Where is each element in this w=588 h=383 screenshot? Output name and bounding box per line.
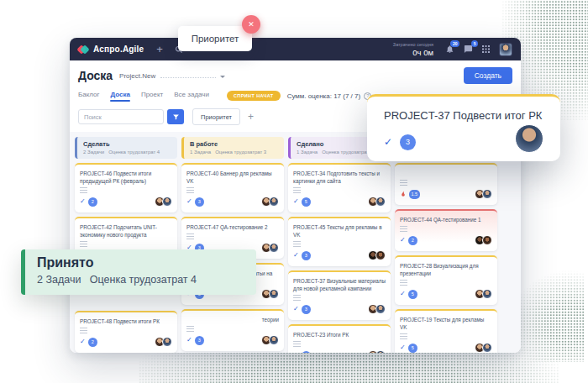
task-title: PROJECT-37 Визуальные материалы для ново…: [293, 277, 386, 292]
task-card[interactable]: PROJECT-28 Визуализация для презентации✓…: [395, 255, 497, 305]
task-card[interactable]: PROJECT-40 Баннер для рекламы VK✓3: [181, 163, 284, 212]
description-icon: [400, 280, 407, 286]
task-card[interactable]: PROJECT-37 Визуальные материалы для ново…: [288, 270, 391, 320]
task-title: PROJECT-46 Подвести итоги предыдущей РК …: [80, 170, 172, 185]
task-popup-card[interactable]: PROJECT-37 Подвести итог РК ✓ 3: [367, 94, 560, 161]
task-title: PROJECT-48 Подвести итоги РК: [80, 317, 172, 325]
assignee-avatars: [475, 343, 492, 353]
task-title: [400, 170, 492, 177]
check-icon: ✓: [293, 306, 299, 312]
estimate-badge: 1.5: [409, 190, 420, 199]
avatar: [269, 243, 279, 253]
project-selector[interactable]: Project.New: [119, 72, 155, 80]
board-column: Принято2 Задачи Оценка трудозатрат 41.5P…: [395, 137, 497, 353]
check-icon: ✓: [293, 198, 299, 205]
task-title: PROJECT-23 Итоги РК: [293, 331, 386, 338]
assignee-avatars: [261, 197, 279, 207]
column-meta: 2 Задачи Оценка трудозатрат 4: [83, 150, 171, 155]
task-title: PROJECT-28 Визуализация для презентации: [400, 262, 492, 277]
apps-grid-icon[interactable]: [482, 45, 490, 53]
task-card[interactable]: PROJECT-44 QA-тестирование 1✓2: [395, 209, 497, 251]
user-avatar[interactable]: [499, 43, 512, 56]
column-meta: 1 Задача Оценка трудозатрат 3: [190, 150, 278, 155]
check-icon: ✓: [293, 352, 299, 353]
fire-priority-icon: [400, 186, 407, 202]
task-title: PROJECT-40 Баннер для рекламы VK: [186, 170, 279, 185]
task-card[interactable]: теории✓3: [181, 309, 284, 351]
accepted-column-meta: 2 Задачи Оценка трудозатрат 4: [37, 274, 244, 286]
column-header: Сделать2 Задачи Оценка трудозатрат 4: [75, 137, 177, 159]
avatar: [269, 197, 279, 207]
tabs: БаклогДоскаПроектВсе задачи: [78, 91, 220, 101]
filter-button[interactable]: [167, 109, 184, 124]
messages-button[interactable]: 5: [464, 45, 473, 54]
task-card[interactable]: PROJECT-45 Тексты для рекламы в VK✓3: [288, 217, 391, 266]
description-icon: [400, 180, 407, 186]
description-icon: [80, 241, 87, 247]
search-input[interactable]: [78, 109, 164, 124]
avatar: [375, 304, 386, 314]
check-icon: ✓: [400, 237, 406, 244]
page-title: Доска: [78, 69, 113, 82]
estimate-badge: 5: [302, 197, 311, 207]
description-icon: [293, 295, 301, 301]
assignee-avatars: [155, 197, 172, 207]
tab[interactable]: Проект: [141, 91, 163, 101]
avatar: [269, 335, 279, 345]
assignee-avatars: [368, 197, 386, 207]
tab[interactable]: Баклог: [78, 91, 99, 101]
notifications-button[interactable]: 20: [445, 45, 454, 54]
column-title: В работе: [190, 140, 278, 148]
assignee-avatars: [261, 289, 279, 299]
tab[interactable]: Все задачи: [174, 91, 209, 101]
estimate-badge: 5: [408, 344, 417, 353]
estimate-badge: 2: [408, 236, 417, 245]
kanban-board: Сделать2 Задачи Оценка трудозатрат 4PROJ…: [70, 132, 521, 353]
avatar: [482, 343, 492, 353]
check-icon: ✓: [293, 252, 299, 259]
task-card[interactable]: PROJECT-48 Подвести итоги РК✓2: [75, 311, 177, 353]
task-card[interactable]: PROJECT-19 Тексты для рекламы VK✓5: [395, 309, 497, 353]
description-icon: [80, 187, 87, 193]
task-title: PROJECT-47 QA-тестирование 2: [186, 223, 279, 231]
card-list: PROJECT-34 Подготовить тексты и картинки…: [288, 163, 391, 353]
task-card[interactable]: PROJECT-46 Подвести итоги предыдущей РК …: [75, 163, 177, 212]
assignee-avatars: [261, 243, 279, 253]
app-window: Аспро.Agile + Сп Затрачено сегодня 0ч 0м…: [70, 38, 521, 353]
assignee-avatars: [475, 189, 492, 199]
task-card[interactable]: PROJECT-34 Подготовить тексты и картинки…: [288, 163, 391, 212]
check-icon: ✓: [384, 136, 392, 148]
estimate-badge: 5: [302, 351, 311, 354]
quick-add-icon[interactable]: +: [156, 44, 163, 55]
top-navbar: Аспро.Agile + Сп Затрачено сегодня 0ч 0м…: [70, 38, 521, 60]
task-card[interactable]: PROJECT-23 Итоги РК✓5: [288, 324, 391, 353]
board-column: Сделать2 Задачи Оценка трудозатрат 4PROJ…: [75, 137, 177, 353]
avatar: [162, 197, 172, 207]
summary-value: 17 (7 / 7): [333, 92, 360, 100]
card-list: 1.5PROJECT-44 QA-тестирование 1✓2PROJECT…: [395, 163, 497, 353]
create-button[interactable]: Создать: [464, 67, 512, 84]
time-spent-label: Затрачено сегодня: [393, 42, 433, 47]
task-title: PROJECT-34 Подготовить тексты и картинки…: [293, 170, 386, 185]
accepted-column-callout: Принято 2 Задачи Оценка трудозатрат 4: [21, 249, 256, 295]
assignee-avatars: [368, 250, 386, 260]
task-title: PROJECT-19 Тексты для рекламы VK: [400, 316, 492, 331]
board-column: Сделано1 Задача Оценка трудозатратPROJEC…: [288, 137, 391, 353]
task-card[interactable]: 1.5: [395, 163, 497, 205]
avatar: [482, 189, 492, 199]
avatar: [375, 197, 386, 207]
tab[interactable]: Доска: [110, 91, 129, 101]
add-filter-button[interactable]: +: [248, 111, 254, 123]
avatar: [482, 289, 492, 299]
priority-filter-chip[interactable]: Приоритет: [192, 108, 240, 125]
task-popup-title: PROJECT-37 Подвести итог РК: [384, 109, 543, 122]
check-icon: ✓: [80, 198, 86, 205]
avatar: [482, 235, 492, 245]
estimate-badge: 3: [195, 197, 204, 207]
chevron-down-icon[interactable]: [220, 76, 225, 78]
check-icon: ✓: [400, 291, 406, 297]
assignee-avatars: [261, 335, 279, 345]
estimate-badge: 2: [88, 197, 97, 207]
description-icon: [80, 328, 87, 333]
close-icon[interactable]: ✕: [242, 15, 260, 34]
